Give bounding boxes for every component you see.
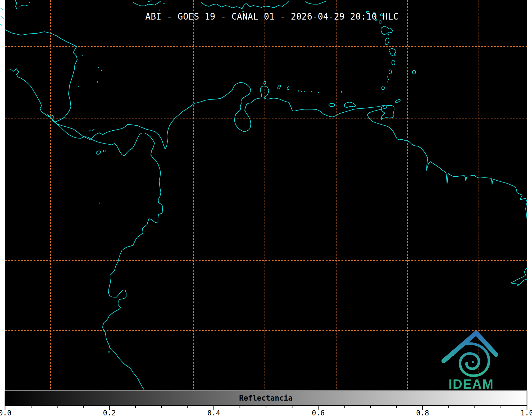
tick-label: 0.4 [207, 409, 220, 417]
tick-label: 0.0 [0, 409, 11, 417]
tick-label: 0.2 [103, 409, 116, 417]
coast-bleed-mark [1, 16, 3, 19]
grenadine-2-island [388, 79, 389, 80]
providencia-island [101, 70, 102, 71]
blanquilla-island [341, 91, 342, 93]
islet-offshore-island [285, 104, 286, 104]
colorbar-tick-labels: 0.00.20.40.60.81.0 [0, 409, 532, 417]
orchila-island [311, 91, 312, 92]
logo-wordmark: IDEAM [448, 377, 494, 392]
coast-bleed-mark [1, 8, 3, 10]
los-roques-2-island [301, 91, 302, 92]
vivorillo-cays-island [82, 55, 83, 56]
satellite-image-stage: ABI - GOES 19 - CANAL 01 - 2026-04-29 20… [0, 0, 532, 417]
coastline-bleed-marks [0, 8, 3, 26]
logo-spiral-eye [472, 361, 474, 363]
goes-satellite-map: ABI - GOES 19 - CANAL 01 - 2026-04-29 20… [0, 0, 532, 417]
tick-label: 0.6 [312, 409, 325, 417]
aves-island-island [318, 92, 319, 93]
image-title: ABI - GOES 19 - CANAL 01 - 2026-04-29 20… [145, 11, 398, 22]
map-background [5, 0, 527, 390]
los-roques-1-island [298, 90, 299, 91]
navassa-island [159, 10, 160, 11]
grenadine-3-island [387, 81, 388, 83]
grenadine-1-island [387, 76, 388, 77]
colorbar-label: Reflectancia [239, 394, 293, 402]
tick-label: 0.8 [416, 409, 429, 417]
utila-islet-island [29, 2, 30, 3]
colorbar-ticks [5, 406, 527, 410]
marie-galante-island [388, 34, 389, 35]
tick-label: 1.0 [521, 409, 532, 417]
san-andres-island [97, 81, 98, 83]
la-plata-islet-island [108, 351, 110, 353]
coast-bleed-mark [0, 24, 2, 26]
cayos-este-island [98, 67, 99, 68]
coche-island [352, 109, 353, 110]
los-roques-3-island [304, 91, 305, 92]
colorbar: Reflectancia 0.00.20.40.60.81.0 [0, 391, 532, 417]
corn-island-island [78, 86, 79, 87]
jamaica-islet-island [163, 3, 165, 4]
malpelo-island [99, 203, 100, 204]
